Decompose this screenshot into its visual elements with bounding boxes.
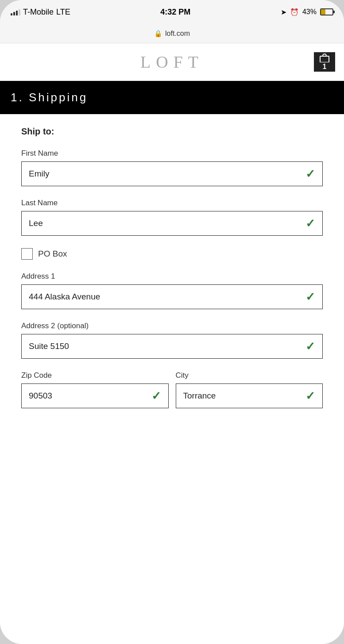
zip-label: Zip Code [21, 371, 169, 380]
battery-icon [320, 8, 333, 15]
first-name-input[interactable] [22, 162, 322, 186]
status-indicators: ➤ ⏰ 43% [281, 8, 333, 16]
carrier-info: T-Mobile LTE [11, 8, 70, 17]
first-name-check-icon: ✓ [305, 167, 315, 181]
status-time: 4:32 PM [160, 8, 190, 17]
signal-bar-3 [16, 11, 18, 15]
shipping-header: 1. Shipping [0, 81, 344, 114]
shipping-title: 1. Shipping [11, 91, 88, 104]
city-input[interactable] [176, 384, 323, 408]
carrier-name: T-Mobile [23, 8, 54, 17]
bottom-spacer [21, 421, 323, 438]
zip-input[interactable] [22, 384, 168, 408]
url-bar: 🔒 loft.com [0, 24, 344, 43]
zip-check-icon: ✓ [151, 389, 161, 403]
last-name-check-icon: ✓ [305, 217, 315, 230]
loft-header: LOFT 1 [0, 43, 344, 81]
signal-bar-2 [13, 12, 15, 15]
address1-label: Address 1 [21, 272, 323, 281]
phone-frame: T-Mobile LTE 4:32 PM ➤ ⏰ 43% 🔒 loft.com … [0, 0, 344, 644]
last-name-label: Last Name [21, 199, 323, 207]
cart-icon [320, 54, 329, 62]
location-icon: ➤ [281, 8, 286, 16]
address1-check-icon: ✓ [305, 290, 315, 304]
content-area: LOFT 1 1. Shipping Ship to: First Name [0, 43, 344, 644]
po-box-label: PO Box [38, 249, 67, 259]
status-bar: T-Mobile LTE 4:32 PM ➤ ⏰ 43% [0, 0, 344, 24]
first-name-group: First Name ✓ [21, 149, 323, 186]
address2-input-wrapper: ✓ [21, 334, 323, 359]
address1-input[interactable] [22, 285, 322, 309]
last-name-input-wrapper: ✓ [21, 211, 323, 236]
signal-bar-4 [19, 9, 20, 15]
loft-logo: LOFT [140, 52, 204, 72]
signal-icon [11, 8, 20, 15]
form-area: Ship to: First Name ✓ Last Name ✓ [0, 114, 344, 644]
cart-button[interactable]: 1 [314, 52, 335, 72]
address1-group: Address 1 ✓ [21, 272, 323, 309]
city-label: City [176, 371, 323, 380]
first-name-input-wrapper: ✓ [21, 161, 323, 186]
address1-input-wrapper: ✓ [21, 284, 323, 309]
cart-count: 1 [323, 63, 327, 71]
city-input-wrapper: ✓ [176, 383, 323, 408]
lock-icon: 🔒 [154, 30, 162, 38]
first-name-label: First Name [21, 149, 323, 158]
zip-city-row: Zip Code ✓ City ✓ [21, 371, 323, 408]
city-group: City ✓ [176, 371, 323, 408]
battery-percent: 43% [302, 8, 317, 16]
po-box-row: PO Box [21, 248, 323, 260]
last-name-group: Last Name ✓ [21, 199, 323, 236]
ship-to-label: Ship to: [21, 126, 323, 137]
last-name-input[interactable] [22, 211, 322, 235]
address2-label: Address 2 (optional) [21, 322, 323, 330]
zip-group: Zip Code ✓ [21, 371, 169, 408]
address2-input[interactable] [22, 334, 322, 358]
url-text: loft.com [165, 30, 190, 38]
po-box-checkbox[interactable] [21, 248, 33, 260]
address2-check-icon: ✓ [305, 340, 315, 353]
network-type: LTE [56, 8, 70, 17]
alarm-icon: ⏰ [290, 8, 299, 16]
svg-rect-0 [320, 56, 329, 62]
city-check-icon: ✓ [305, 389, 315, 403]
address2-group: Address 2 (optional) ✓ [21, 322, 323, 359]
zip-input-wrapper: ✓ [21, 383, 169, 408]
signal-bar-1 [11, 13, 12, 15]
